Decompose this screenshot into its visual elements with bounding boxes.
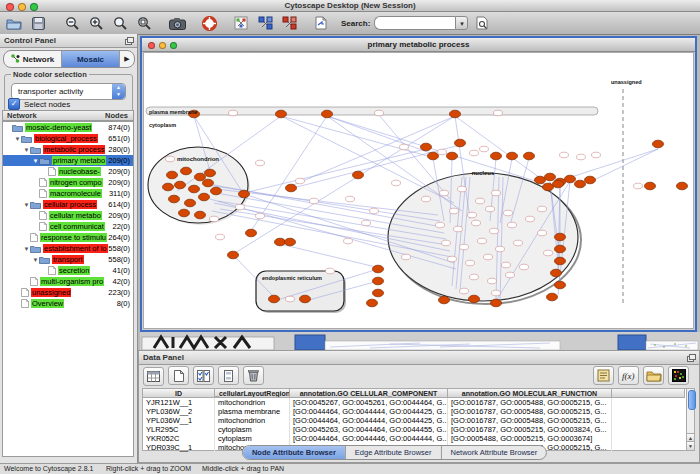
network-tree[interactable]: mosaic-demo-yeast874(0)▼biological_proce…	[2, 121, 134, 457]
network-tree-row[interactable]: nitrogen compo209(0)	[3, 177, 133, 188]
formula-notepad-icon[interactable]	[593, 366, 614, 385]
search-options-icon[interactable]	[472, 14, 492, 32]
network-tree-row[interactable]: ▼transport558(0)	[3, 254, 133, 265]
table-cell[interactable]: mitochondrion	[215, 398, 290, 407]
new-attribute-icon[interactable]	[168, 366, 189, 385]
table-cell[interactable]: YJR121W__1	[143, 398, 215, 407]
zoom-fit-icon[interactable]	[134, 14, 154, 32]
frame-close-icon[interactable]	[148, 42, 155, 49]
save-session-icon[interactable]	[28, 14, 48, 32]
table-cell[interactable]: [GO:0045263, GO:0044464, GO:0044455, G..…	[290, 425, 448, 434]
help-ring-icon[interactable]	[199, 14, 219, 32]
table-header[interactable]: ID	[143, 389, 215, 398]
table-cell[interactable]: YKR052C	[143, 434, 215, 443]
table-cell[interactable]: YLR295C	[143, 425, 215, 434]
tab-network[interactable]: Network	[4, 51, 62, 67]
table-cell[interactable]: [GO:0016787, GO:0005488, GO:0005215, G..…	[448, 416, 612, 425]
network-tree-row[interactable]: ▼cellular process614(0)	[3, 199, 133, 210]
frame-maximize-icon[interactable]	[170, 42, 177, 49]
zoom-selected-icon[interactable]	[110, 14, 130, 32]
table-header[interactable]: annotation.GO CELLULAR_COMPONENT	[290, 389, 448, 398]
table-cell[interactable]: [GO:0044464, GO:0044444, GO:0044425, G..…	[290, 407, 448, 416]
attribute-table[interactable]: ID_cellularLayoutRegionannotation.GO CEL…	[142, 388, 687, 451]
control-panel-tabs: NetworkMosaic▶	[3, 50, 135, 68]
search-input[interactable]	[374, 16, 455, 30]
table-cell[interactable]: [GO:0044464, GO:0044446, GO:0044444, G..…	[290, 434, 448, 443]
import-attributes-icon[interactable]	[643, 366, 664, 385]
table-cell[interactable]: cytoplasm	[215, 434, 290, 443]
table-header[interactable]	[612, 389, 685, 398]
frame-controls[interactable]	[148, 42, 177, 49]
expand-arrow-icon[interactable]: ▼	[23, 246, 30, 252]
column-list-icon[interactable]	[218, 366, 239, 385]
snapshot-icon[interactable]	[167, 14, 187, 32]
expand-arrow-icon[interactable]: ▼	[23, 202, 30, 208]
layout-blue-icon[interactable]	[255, 14, 275, 32]
expand-arrow-icon[interactable]: ▼	[23, 147, 30, 153]
table-scrollbar[interactable]: ▲ ▼	[686, 388, 695, 451]
network-frame-titlebar[interactable]: primary metabolic process	[142, 38, 695, 52]
window-controls[interactable]	[6, 3, 38, 11]
network-tree-row[interactable]: ▼biological_process651(0)	[3, 133, 133, 144]
table-cell[interactable]: [GO:0045267, GO:0045261, GO:0044464, G..…	[290, 398, 448, 407]
attribute-grid-icon[interactable]	[143, 367, 164, 386]
table-cell[interactable]: [GO:0016787, GO:0005488, GO:0005215, G..…	[448, 407, 612, 416]
network-tree-row[interactable]: response to stimulu264(0)	[3, 232, 133, 243]
scroll-down-icon[interactable]: ▼	[687, 441, 694, 450]
open-file-icon[interactable]	[4, 14, 24, 32]
tab-network-attribute-browser[interactable]: Network Attribute Browser	[442, 446, 547, 459]
table-cell[interactable]: [GO:0044464, GO:0044444, GO:0044425, G..…	[290, 416, 448, 425]
table-cell[interactable]: cytoplasm	[215, 425, 290, 434]
expand-arrow-icon[interactable]: ▼	[14, 136, 21, 142]
tab-edge-attribute-browser[interactable]: Edge Attribute Browser	[346, 446, 442, 459]
table-cell[interactable]: plasma membrane	[215, 407, 290, 416]
annotation-icon[interactable]	[311, 14, 331, 32]
function-builder-icon[interactable]: f(x)	[618, 366, 639, 385]
page-icon	[48, 167, 56, 176]
scrollbar-thumb[interactable]	[688, 390, 696, 410]
delete-attribute-icon[interactable]	[243, 366, 264, 385]
network-canvas[interactable]: plasma membranecytoplasmmitochondrionnuc…	[143, 52, 694, 329]
expand-arrow-icon[interactable]: ▼	[32, 158, 39, 164]
minimize-icon[interactable]	[18, 3, 26, 11]
data-panel-header: Data Panel	[139, 351, 699, 365]
network-tree-row[interactable]: secretion41(0)	[3, 265, 133, 276]
network-tree-row[interactable]: multi-organism pro42(0)	[3, 276, 133, 287]
network-tree-row[interactable]: nucleobase-209(0)	[3, 166, 133, 177]
select-nodes-checkbox[interactable]: ✓	[8, 98, 20, 110]
search-dropdown-icon[interactable]: ▼	[455, 16, 468, 30]
network-tree-row[interactable]: ▼establishment of lo558(0)	[3, 243, 133, 254]
table-header[interactable]: _cellularLayoutRegion	[215, 389, 290, 398]
expand-arrow-icon[interactable]: ▼	[32, 257, 39, 263]
table-cell[interactable]: mitochondrion	[215, 416, 290, 425]
network-tree-row[interactable]: Overview8(0)	[3, 298, 133, 309]
table-cell[interactable]: YDR039C__1	[143, 443, 215, 452]
tab-overflow-icon[interactable]: ▶	[120, 51, 134, 67]
network-tree-row[interactable]: ▼metabolic process280(0)	[3, 144, 133, 155]
network-tree-row[interactable]: macromolecule311(0)	[3, 188, 133, 199]
network-tree-row[interactable]: cellular metabo209(0)	[3, 210, 133, 221]
network-tree-row[interactable]: mosaic-demo-yeast874(0)	[3, 122, 133, 133]
close-icon[interactable]	[6, 3, 14, 11]
zoom-in-icon[interactable]	[86, 14, 106, 32]
float-panel-icon[interactable]	[125, 37, 133, 44]
table-cell[interactable]: [GO:0005488, GO:0005215, GO:0003674]	[448, 434, 612, 443]
table-cell[interactable]: [GO:0016787, GO:0005215, GO:0003824, G..…	[448, 425, 612, 434]
maximize-icon[interactable]	[30, 3, 38, 11]
table-header[interactable]: annotation.GO MOLECULAR_FUNCTION	[448, 389, 612, 398]
network-tree-row[interactable]: cell communicat22(0)	[3, 221, 133, 232]
tab-node-attribute-browser[interactable]: Node Attribute Browser	[243, 446, 346, 459]
table-cell[interactable]: YPL036W__1	[143, 416, 215, 425]
frame-minimize-icon[interactable]	[159, 42, 166, 49]
overview-icon[interactable]	[231, 14, 251, 32]
matrix-view-icon[interactable]	[668, 366, 689, 385]
network-tree-row[interactable]: unassigned223(0)	[3, 287, 133, 298]
layout-red-icon[interactable]	[279, 14, 299, 32]
network-tree-row[interactable]: ▼primary metabo209(0)	[3, 155, 133, 166]
tab-mosaic[interactable]: Mosaic	[62, 51, 120, 67]
float-panel-icon[interactable]	[687, 354, 695, 361]
table-cell[interactable]: YPL036W__2	[143, 407, 215, 416]
select-attributes-icon[interactable]	[193, 366, 214, 385]
table-cell[interactable]: [GO:0016787, GO:0005488, GO:0005215, G..…	[448, 398, 612, 407]
zoom-out-icon[interactable]	[62, 14, 82, 32]
